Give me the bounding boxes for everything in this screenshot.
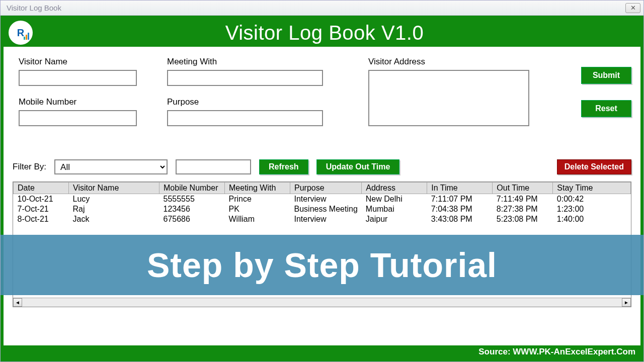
cell-address: New Delhi xyxy=(362,194,427,205)
purpose-label: Purpose xyxy=(167,97,323,107)
filter-row: Filter By: All Refresh Update Out Time D… xyxy=(4,159,640,179)
tutorial-overlay: Step by Step Tutorial xyxy=(1,235,643,295)
cell-purpose: Interview xyxy=(290,194,362,205)
filter-text-input[interactable] xyxy=(176,159,251,174)
visitor-name-label: Visitor Name xyxy=(19,57,137,67)
table-row[interactable]: 10-Oct-21Lucy5555555PrinceInterviewNew D… xyxy=(14,194,631,205)
visitor-address-label: Visitor Address xyxy=(368,57,529,67)
col-meeting[interactable]: Meeting With xyxy=(225,183,290,194)
footer-bar: Source: WWW.PK-AnExcelExpert.Com xyxy=(4,345,640,358)
cell-out: 5:23:08 PM xyxy=(493,214,553,224)
col-in-time[interactable]: In Time xyxy=(427,183,493,194)
col-date[interactable]: Date xyxy=(14,183,69,194)
scroll-left-icon[interactable]: ◄ xyxy=(13,298,22,307)
close-button[interactable]: ✕ xyxy=(625,3,640,13)
titlebar: Visitor Log Book ✕ xyxy=(1,1,643,16)
cell-name: Raj xyxy=(69,204,159,214)
visitor-address-input[interactable] xyxy=(368,70,529,126)
cell-name: Lucy xyxy=(69,194,159,205)
cell-mobile: 5555555 xyxy=(159,194,225,205)
cell-date: 7-Oct-21 xyxy=(14,204,69,214)
cell-in: 7:11:07 PM xyxy=(427,194,493,205)
app-frame: R Visitor Log Book V1.0 Visitor Name Mob… xyxy=(1,16,643,361)
cell-date: 8-Oct-21 xyxy=(14,214,69,224)
footer-source: Source: WWW.PK-AnExcelExpert.Com xyxy=(478,347,635,357)
cell-stay: 0:00:42 xyxy=(553,194,631,205)
cell-in: 7:04:38 PM xyxy=(427,204,493,214)
submit-button[interactable]: Submit xyxy=(581,67,631,84)
cell-meeting: PK xyxy=(225,204,290,214)
logo-icon: R xyxy=(9,21,33,45)
app-window: Visitor Log Book ✕ R Visitor Log Book V1… xyxy=(0,0,644,362)
app-title: Visitor Log Book V1.0 xyxy=(9,22,640,44)
col-stay-time[interactable]: Stay Time xyxy=(553,183,631,194)
mobile-number-label: Mobile Number xyxy=(19,97,137,107)
col-visitor-name[interactable]: Visitor Name xyxy=(69,183,159,194)
cell-mobile: 123456 xyxy=(159,204,225,214)
visitor-table[interactable]: Date Visitor Name Mobile Number Meeting … xyxy=(13,182,631,224)
update-out-time-button[interactable]: Update Out Time xyxy=(316,159,400,174)
col-address[interactable]: Address xyxy=(362,183,427,194)
overlay-text: Step by Step Tutorial xyxy=(147,245,497,285)
cell-address: Jaipur xyxy=(362,214,427,224)
filter-by-label: Filter By: xyxy=(13,162,46,172)
scroll-right-icon[interactable]: ► xyxy=(622,298,631,307)
cell-in: 3:43:08 PM xyxy=(427,214,493,224)
cell-purpose: Interview xyxy=(290,214,362,224)
close-icon: ✕ xyxy=(630,4,636,12)
cell-out: 8:27:38 PM xyxy=(493,204,553,214)
window-title: Visitor Log Book xyxy=(4,4,61,12)
cell-meeting: William xyxy=(225,214,290,224)
cell-date: 10-Oct-21 xyxy=(14,194,69,205)
filter-combo[interactable]: All xyxy=(54,159,168,174)
purpose-input[interactable] xyxy=(167,110,323,126)
cell-name: Jack xyxy=(69,214,159,224)
reset-button[interactable]: Reset xyxy=(581,100,631,117)
cell-mobile: 675686 xyxy=(159,214,225,224)
cell-stay: 1:23:00 xyxy=(553,204,631,214)
visitor-name-input[interactable] xyxy=(19,70,137,86)
col-mobile[interactable]: Mobile Number xyxy=(159,183,225,194)
table-row[interactable]: 8-Oct-21Jack675686WilliamInterviewJaipur… xyxy=(14,214,631,224)
cell-stay: 1:40:00 xyxy=(553,214,631,224)
scroll-track[interactable] xyxy=(22,298,622,307)
meeting-with-label: Meeting With xyxy=(167,57,323,67)
form-area: Visitor Name Mobile Number Meeting With … xyxy=(4,47,640,152)
col-purpose[interactable]: Purpose xyxy=(290,183,362,194)
cell-address: Mumbai xyxy=(362,204,427,214)
delete-selected-button[interactable]: Delete Selected xyxy=(557,159,631,174)
table-row[interactable]: 7-Oct-21Raj123456PKBusiness MeetingMumba… xyxy=(14,204,631,214)
refresh-button[interactable]: Refresh xyxy=(259,159,308,174)
meeting-with-input[interactable] xyxy=(167,70,323,86)
horizontal-scrollbar[interactable]: ◄ ► xyxy=(13,298,631,307)
col-out-time[interactable]: Out Time xyxy=(493,183,553,194)
cell-out: 7:11:49 PM xyxy=(493,194,553,205)
cell-purpose: Business Meeting xyxy=(290,204,362,214)
app-header: R Visitor Log Book V1.0 xyxy=(4,19,640,47)
mobile-number-input[interactable] xyxy=(19,110,137,126)
cell-meeting: Prince xyxy=(225,194,290,205)
